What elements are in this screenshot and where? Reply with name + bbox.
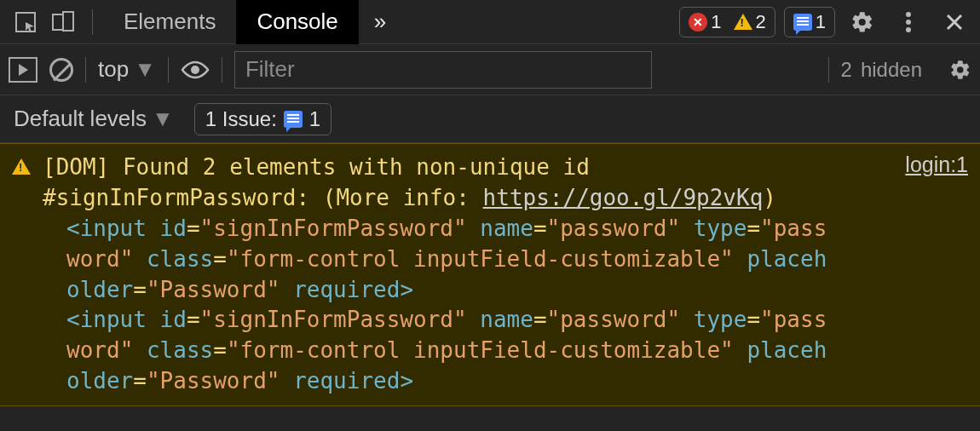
dom-tag: [DOM]	[43, 154, 109, 180]
inspect-icon[interactable]	[7, 3, 44, 41]
tab-elements[interactable]: Elements	[103, 0, 236, 44]
hidden-label: hidden	[861, 58, 922, 82]
warning-icon: !	[734, 14, 752, 30]
warning-message-body: [DOM] Found 2 elements with non-unique i…	[43, 152, 832, 397]
device-mode-icon[interactable]	[44, 3, 82, 41]
more-info-link[interactable]: https://goo.gl/9p2vKq	[483, 185, 764, 210]
console-levels-toolbar: Default levels ▼ 1 Issue: 1	[0, 95, 980, 143]
svg-point-3	[906, 12, 911, 17]
toggle-sidebar-icon[interactable]	[9, 57, 37, 83]
issues-count: 1	[816, 11, 826, 33]
msg-text-a: Found 2 elements with non-unique id	[123, 154, 590, 180]
chevron-down-icon: ▼	[152, 106, 174, 132]
context-selector[interactable]: top ▼	[98, 56, 156, 83]
error-count: 1	[711, 11, 721, 33]
kebab-menu-icon[interactable]	[890, 10, 927, 34]
msg-text-c: )	[763, 185, 776, 210]
settings-icon[interactable]	[844, 10, 881, 34]
warning-row-icon: !	[12, 152, 43, 397]
divider	[828, 57, 829, 83]
close-icon[interactable]	[936, 12, 973, 32]
hidden-count: 2	[841, 58, 852, 82]
filter-input[interactable]	[234, 51, 652, 89]
more-tabs-icon[interactable]: »	[359, 9, 401, 35]
hidden-messages[interactable]: 2 hidden	[841, 58, 922, 82]
svg-point-4	[906, 20, 911, 25]
log-levels-label: Default levels	[14, 106, 147, 132]
message-icon	[793, 14, 812, 31]
issues-count: 1	[309, 107, 320, 131]
warning-count: 2	[756, 11, 766, 33]
divider	[92, 9, 93, 35]
divider	[85, 57, 86, 83]
source-link[interactable]: login:1	[905, 152, 968, 176]
svg-point-8	[191, 66, 199, 74]
play-icon	[19, 64, 28, 76]
msg-text-b: : (More info:	[296, 185, 482, 210]
devtools-main-toolbar: Elements Console » ✕ 1 ! 2 1	[0, 0, 980, 44]
clear-console-icon[interactable]	[49, 58, 73, 82]
issues-button[interactable]: 1 Issue: 1	[194, 103, 331, 135]
console-settings-icon[interactable]	[949, 59, 971, 81]
message-icon	[284, 111, 303, 128]
divider	[222, 57, 222, 83]
msg-id: #signInFormPassword	[43, 185, 296, 210]
tab-console[interactable]: Console	[236, 0, 358, 44]
status-badges: ✕ 1 ! 2 1	[679, 7, 835, 37]
errors-warnings-badge[interactable]: ✕ 1 ! 2	[679, 7, 775, 37]
log-levels-selector[interactable]: Default levels ▼	[14, 106, 174, 132]
context-label: top	[98, 56, 129, 83]
chevron-down-icon: ▼	[134, 56, 156, 83]
svg-rect-2	[63, 12, 73, 31]
svg-point-5	[906, 27, 911, 32]
issues-badge[interactable]: 1	[784, 7, 835, 37]
tab-elements-label: Elements	[124, 9, 216, 35]
issues-label: 1 Issue:	[205, 107, 277, 131]
console-toolbar: top ▼ 2 hidden	[0, 44, 980, 95]
divider	[168, 57, 169, 83]
tab-console-label: Console	[257, 9, 337, 35]
error-icon: ✕	[689, 13, 707, 32]
console-warning-message[interactable]: ! [DOM] Found 2 elements with non-unique…	[0, 143, 980, 406]
live-expression-icon[interactable]	[181, 60, 210, 79]
